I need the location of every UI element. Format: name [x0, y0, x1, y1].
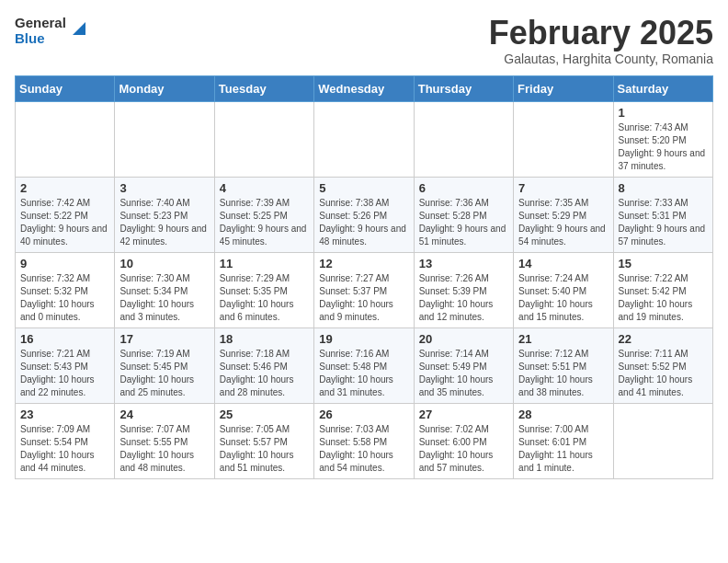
- day-number: 12: [319, 257, 408, 270]
- svg-marker-0: [73, 22, 85, 35]
- day-info: Sunrise: 7:27 AM Sunset: 5:37 PM Dayligh…: [319, 272, 408, 324]
- calendar-week-row: 16Sunrise: 7:21 AM Sunset: 5:43 PM Dayli…: [16, 327, 713, 403]
- day-info: Sunrise: 7:16 AM Sunset: 5:48 PM Dayligh…: [319, 348, 408, 399]
- calendar-day-18: 18Sunrise: 7:18 AM Sunset: 5:46 PM Dayli…: [214, 327, 313, 403]
- calendar-day-6: 6Sunrise: 7:36 AM Sunset: 5:28 PM Daylig…: [414, 177, 513, 252]
- calendar-table: SundayMondayTuesdayWednesdayThursdayFrid…: [15, 75, 713, 479]
- day-number: 28: [518, 408, 608, 421]
- calendar-day-empty: [16, 101, 115, 177]
- calendar-week-row: 1Sunrise: 7:43 AM Sunset: 5:20 PM Daylig…: [16, 101, 713, 177]
- day-number: 2: [20, 181, 109, 195]
- day-number: 22: [619, 332, 708, 346]
- day-number: 17: [119, 332, 209, 346]
- weekday-header-sunday: Sunday: [16, 75, 115, 101]
- calendar-day-20: 20Sunrise: 7:14 AM Sunset: 5:49 PM Dayli…: [414, 327, 513, 403]
- day-info: Sunrise: 7:12 AM Sunset: 5:51 PM Dayligh…: [518, 348, 608, 399]
- day-number: 23: [20, 408, 109, 421]
- month-title: February 2025: [489, 15, 713, 52]
- logo-blue-text: Blue: [15, 30, 66, 46]
- day-number: 3: [119, 181, 209, 195]
- calendar-day-17: 17Sunrise: 7:19 AM Sunset: 5:45 PM Dayli…: [115, 327, 214, 403]
- calendar-day-empty: [115, 101, 214, 177]
- day-number: 14: [518, 257, 608, 270]
- calendar-day-8: 8Sunrise: 7:33 AM Sunset: 5:31 PM Daylig…: [613, 177, 712, 252]
- calendar-day-4: 4Sunrise: 7:39 AM Sunset: 5:25 PM Daylig…: [214, 177, 313, 252]
- calendar-day-13: 13Sunrise: 7:26 AM Sunset: 5:39 PM Dayli…: [414, 252, 513, 327]
- calendar-day-24: 24Sunrise: 7:07 AM Sunset: 5:55 PM Dayli…: [115, 403, 214, 478]
- day-info: Sunrise: 7:00 AM Sunset: 6:01 PM Dayligh…: [518, 423, 608, 475]
- day-info: Sunrise: 7:21 AM Sunset: 5:43 PM Dayligh…: [20, 348, 109, 399]
- calendar-day-26: 26Sunrise: 7:03 AM Sunset: 5:58 PM Dayli…: [314, 403, 414, 478]
- day-info: Sunrise: 7:09 AM Sunset: 5:54 PM Dayligh…: [20, 423, 109, 475]
- calendar-day-21: 21Sunrise: 7:12 AM Sunset: 5:51 PM Dayli…: [514, 327, 613, 403]
- day-number: 25: [220, 408, 309, 421]
- day-number: 19: [319, 332, 408, 346]
- day-info: Sunrise: 7:32 AM Sunset: 5:32 PM Dayligh…: [20, 272, 109, 324]
- day-info: Sunrise: 7:43 AM Sunset: 5:20 PM Dayligh…: [619, 121, 708, 173]
- day-info: Sunrise: 7:19 AM Sunset: 5:45 PM Dayligh…: [119, 348, 209, 399]
- day-number: 20: [419, 332, 508, 346]
- location-subtitle: Galautas, Harghita County, Romania: [489, 52, 713, 66]
- day-info: Sunrise: 7:14 AM Sunset: 5:49 PM Dayligh…: [419, 348, 508, 399]
- day-number: 27: [419, 408, 508, 421]
- day-number: 13: [419, 257, 508, 270]
- weekday-header-friday: Friday: [514, 75, 613, 101]
- logo-triangle-icon: [69, 18, 89, 39]
- weekday-header-tuesday: Tuesday: [214, 75, 313, 101]
- day-number: 7: [518, 181, 608, 195]
- calendar-day-12: 12Sunrise: 7:27 AM Sunset: 5:37 PM Dayli…: [314, 252, 414, 327]
- day-info: Sunrise: 7:24 AM Sunset: 5:40 PM Dayligh…: [518, 272, 608, 324]
- calendar-day-2: 2Sunrise: 7:42 AM Sunset: 5:22 PM Daylig…: [16, 177, 115, 252]
- calendar-day-3: 3Sunrise: 7:40 AM Sunset: 5:23 PM Daylig…: [115, 177, 214, 252]
- day-number: 26: [319, 408, 408, 421]
- title-area: February 2025 Galautas, Harghita County,…: [489, 15, 713, 66]
- calendar-day-22: 22Sunrise: 7:11 AM Sunset: 5:52 PM Dayli…: [613, 327, 712, 403]
- weekday-header-monday: Monday: [115, 75, 214, 101]
- calendar-day-empty: [214, 101, 313, 177]
- weekday-header-wednesday: Wednesday: [314, 75, 414, 101]
- day-info: Sunrise: 7:30 AM Sunset: 5:34 PM Dayligh…: [119, 272, 209, 324]
- day-number: 10: [119, 257, 209, 270]
- day-info: Sunrise: 7:39 AM Sunset: 5:25 PM Dayligh…: [220, 197, 309, 248]
- weekday-header-saturday: Saturday: [613, 75, 712, 101]
- day-info: Sunrise: 7:18 AM Sunset: 5:46 PM Dayligh…: [220, 348, 309, 399]
- day-info: Sunrise: 7:40 AM Sunset: 5:23 PM Dayligh…: [119, 197, 209, 248]
- day-number: 18: [220, 332, 309, 346]
- day-info: Sunrise: 7:03 AM Sunset: 5:58 PM Dayligh…: [319, 423, 408, 475]
- calendar-day-11: 11Sunrise: 7:29 AM Sunset: 5:35 PM Dayli…: [214, 252, 313, 327]
- day-info: Sunrise: 7:29 AM Sunset: 5:35 PM Dayligh…: [220, 272, 309, 324]
- logo-general-text: General: [15, 15, 66, 30]
- day-number: 9: [20, 257, 109, 270]
- day-info: Sunrise: 7:42 AM Sunset: 5:22 PM Dayligh…: [20, 197, 109, 248]
- day-number: 6: [419, 181, 508, 195]
- day-number: 5: [319, 181, 408, 195]
- day-number: 8: [619, 181, 708, 195]
- day-number: 4: [220, 181, 309, 195]
- day-number: 16: [20, 332, 109, 346]
- calendar-week-row: 2Sunrise: 7:42 AM Sunset: 5:22 PM Daylig…: [16, 177, 713, 252]
- day-number: 21: [518, 332, 608, 346]
- calendar-day-10: 10Sunrise: 7:30 AM Sunset: 5:34 PM Dayli…: [115, 252, 214, 327]
- day-info: Sunrise: 7:05 AM Sunset: 5:57 PM Dayligh…: [220, 423, 309, 475]
- calendar-day-5: 5Sunrise: 7:38 AM Sunset: 5:26 PM Daylig…: [314, 177, 414, 252]
- day-info: Sunrise: 7:07 AM Sunset: 5:55 PM Dayligh…: [119, 423, 209, 475]
- page-header: General Blue February 2025 Galautas, Har…: [15, 15, 713, 66]
- calendar-day-15: 15Sunrise: 7:22 AM Sunset: 5:42 PM Dayli…: [613, 252, 712, 327]
- logo: General Blue: [15, 15, 89, 47]
- day-info: Sunrise: 7:26 AM Sunset: 5:39 PM Dayligh…: [419, 272, 508, 324]
- day-info: Sunrise: 7:36 AM Sunset: 5:28 PM Dayligh…: [419, 197, 508, 248]
- calendar-day-28: 28Sunrise: 7:00 AM Sunset: 6:01 PM Dayli…: [514, 403, 613, 478]
- day-number: 24: [119, 408, 209, 421]
- day-info: Sunrise: 7:02 AM Sunset: 6:00 PM Dayligh…: [419, 423, 508, 475]
- calendar-day-23: 23Sunrise: 7:09 AM Sunset: 5:54 PM Dayli…: [16, 403, 115, 478]
- calendar-day-1: 1Sunrise: 7:43 AM Sunset: 5:20 PM Daylig…: [613, 101, 712, 177]
- day-number: 15: [619, 257, 708, 270]
- calendar-day-14: 14Sunrise: 7:24 AM Sunset: 5:40 PM Dayli…: [514, 252, 613, 327]
- day-number: 1: [619, 106, 708, 120]
- calendar-day-9: 9Sunrise: 7:32 AM Sunset: 5:32 PM Daylig…: [16, 252, 115, 327]
- calendar-week-row: 9Sunrise: 7:32 AM Sunset: 5:32 PM Daylig…: [16, 252, 713, 327]
- day-info: Sunrise: 7:22 AM Sunset: 5:42 PM Dayligh…: [619, 272, 708, 324]
- calendar-day-16: 16Sunrise: 7:21 AM Sunset: 5:43 PM Dayli…: [16, 327, 115, 403]
- calendar-day-empty: [613, 403, 712, 478]
- calendar-day-empty: [414, 101, 513, 177]
